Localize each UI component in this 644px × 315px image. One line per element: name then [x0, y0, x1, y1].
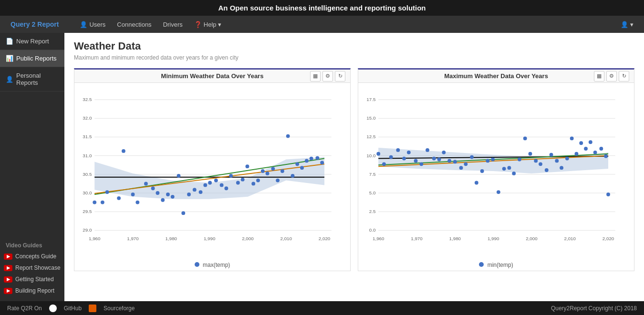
sidebar-video-getting-started[interactable]: ▶ Getting Started [0, 274, 64, 285]
svg-point-57 [266, 172, 270, 175]
svg-point-34 [144, 182, 148, 186]
svg-point-129 [560, 166, 563, 170]
svg-point-110 [459, 166, 463, 170]
chart-min-bar-btn[interactable]: ▦ [310, 71, 321, 81]
chart-max-svg: 17.5 15.0 12.5 10.0 7.5 5.0 2.5 0.0 [361, 85, 632, 257]
svg-text:17.5: 17.5 [366, 97, 376, 102]
top-header: An Open source business intelligence and… [0, 0, 644, 16]
logo[interactable]: Query2Report [5, 17, 64, 32]
svg-point-58 [271, 167, 275, 171]
svg-point-64 [300, 166, 304, 170]
svg-point-49 [224, 186, 228, 190]
chart-max-bar-btn[interactable]: ▦ [594, 71, 604, 81]
nav-connections[interactable]: Connections [111, 17, 157, 32]
svg-point-99 [396, 148, 400, 152]
svg-point-138 [604, 154, 608, 158]
svg-point-29 [105, 190, 109, 194]
svg-text:2,010: 2,010 [564, 236, 576, 241]
svg-point-44 [199, 190, 203, 194]
svg-point-30 [117, 196, 121, 200]
svg-point-137 [599, 147, 603, 151]
svg-point-32 [131, 193, 135, 196]
svg-point-122 [523, 137, 527, 141]
svg-point-50 [229, 174, 233, 178]
chart-max-controls: ▦ ⚙ ↻ [594, 71, 629, 81]
svg-point-120 [512, 172, 516, 175]
svg-point-135 [589, 140, 592, 144]
svg-text:2.5: 2.5 [369, 209, 376, 214]
svg-text:1,960: 1,960 [373, 236, 384, 241]
svg-point-119 [508, 166, 511, 170]
sidebar-item-new-report[interactable]: 📄 New Report [0, 33, 64, 50]
footer-copyright: Query2Report Copyright (C) 2018 [551, 305, 637, 312]
svg-point-136 [593, 151, 597, 154]
chart-max-gear-btn[interactable]: ⚙ [606, 71, 617, 81]
svg-text:30.0: 30.0 [83, 190, 92, 195]
legend-dot-max [479, 262, 484, 267]
svg-text:30.5: 30.5 [83, 172, 92, 177]
svg-text:2,000: 2,000 [242, 236, 254, 241]
svg-point-38 [166, 193, 170, 196]
sidebar-item-personal-reports[interactable]: 👤 Personal Reports [0, 67, 64, 91]
svg-point-107 [442, 151, 446, 154]
svg-text:10.0: 10.0 [366, 153, 376, 158]
footer-github-link[interactable]: GitHub [64, 305, 82, 312]
svg-point-128 [555, 159, 559, 163]
svg-point-132 [575, 152, 579, 156]
svg-point-35 [151, 186, 155, 190]
nav-help[interactable]: ❓ Help ▾ [188, 17, 227, 32]
sidebar-video-building[interactable]: ▶ Building Report [0, 285, 64, 296]
chart-max-title: Maximum Weather Data Over Years [444, 72, 548, 80]
svg-text:5.0: 5.0 [369, 190, 376, 195]
users-icon: 👤 [80, 21, 87, 28]
svg-point-48 [220, 183, 224, 187]
svg-point-108 [447, 159, 451, 163]
chart-max-legend: min(temp) [358, 259, 634, 271]
chart-min-gear-btn[interactable]: ⚙ [322, 71, 333, 81]
svg-point-125 [539, 162, 542, 166]
chart-max-refresh-btn[interactable]: ↻ [619, 71, 629, 81]
chart-min-refresh-btn[interactable]: ↻ [335, 71, 345, 81]
svg-point-33 [135, 201, 139, 204]
chart-min-weather: Minimum Weather Data Over Years ▦ ⚙ ↻ 32… [74, 68, 351, 271]
sidebar-video-showcase[interactable]: ▶ Report Showcase [0, 262, 64, 274]
svg-text:1,960: 1,960 [89, 236, 101, 241]
nav-drivers[interactable]: Drivers [157, 17, 188, 32]
svg-point-114 [480, 169, 484, 173]
svg-point-96 [376, 152, 380, 156]
svg-point-103 [419, 162, 423, 166]
footer-rate-text: Rate Q2R On [7, 305, 42, 312]
svg-point-123 [529, 152, 532, 156]
svg-text:15.0: 15.0 [366, 115, 376, 121]
svg-point-42 [187, 193, 191, 196]
svg-point-68 [320, 161, 324, 164]
svg-point-116 [491, 158, 495, 162]
svg-point-39 [171, 195, 175, 199]
svg-text:31.5: 31.5 [83, 134, 92, 139]
svg-point-66 [310, 157, 313, 161]
svg-text:2,020: 2,020 [319, 236, 331, 241]
svg-point-27 [93, 201, 96, 204]
nav-user-menu[interactable]: 👤 ▾ [615, 17, 639, 32]
svg-point-126 [545, 168, 549, 172]
svg-point-133 [579, 141, 583, 145]
svg-point-40 [177, 174, 181, 178]
svg-text:2,010: 2,010 [280, 236, 292, 241]
nav-users[interactable]: 👤 Users [74, 17, 111, 32]
svg-point-101 [407, 151, 411, 154]
sidebar-item-public-reports[interactable]: 📊 Public Reports [0, 50, 64, 67]
svg-text:29.5: 29.5 [83, 209, 92, 214]
svg-point-65 [305, 159, 309, 163]
svg-point-105 [432, 157, 436, 161]
svg-point-118 [502, 167, 506, 171]
logo-text: Query [10, 20, 30, 28]
youtube-icon-showcase: ▶ [4, 265, 12, 271]
sidebar: 📄 New Report 📊 Public Reports 👤 Personal… [0, 33, 64, 301]
svg-text:7.5: 7.5 [369, 172, 376, 177]
svg-point-130 [565, 157, 569, 161]
svg-point-45 [203, 183, 207, 187]
help-icon: ❓ [194, 21, 202, 28]
footer-sourceforge-link[interactable]: Sourceforge [104, 305, 135, 312]
svg-point-111 [464, 162, 467, 166]
sidebar-video-concepts[interactable]: ▶ Concepts Guide [0, 251, 64, 262]
